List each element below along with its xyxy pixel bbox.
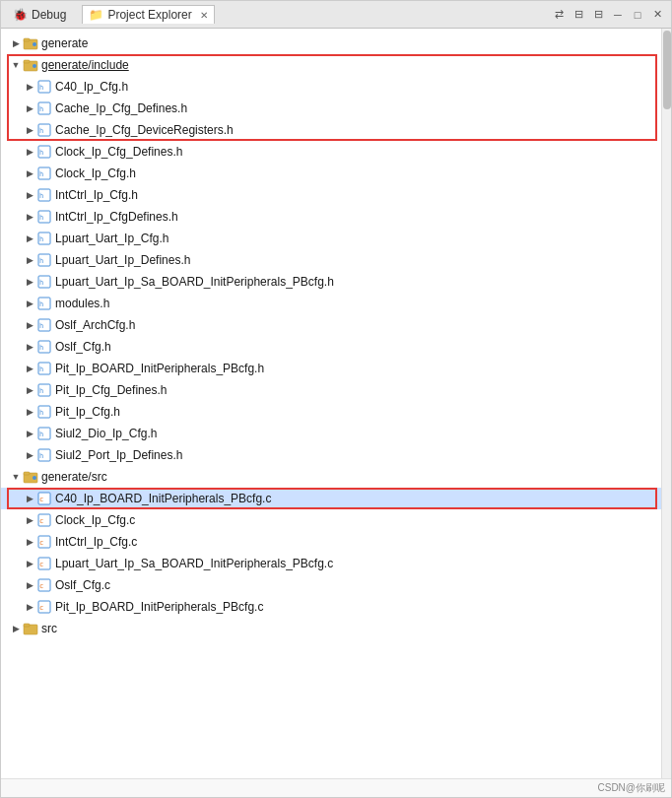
header-file-icon-siul2-dio: h xyxy=(36,426,52,441)
svg-text:h: h xyxy=(39,344,43,352)
tree-item-pit-cfg[interactable]: ▶ h Pit_Ip_Cfg.h xyxy=(1,401,671,423)
svg-text:h: h xyxy=(39,170,43,178)
header-file-icon-lpuart-defines: h xyxy=(36,252,52,268)
header-file-icon-clock-cfg: h xyxy=(36,166,52,181)
arrow-clock-cfg-defines: ▶ xyxy=(23,147,36,157)
tree-item-lpuart-defines[interactable]: ▶ h Lpuart_Uart_Ip_Defines.h xyxy=(1,249,671,271)
tree-item-pit-board[interactable]: ▶ h Pit_Ip_BOARD_InitPeripherals_PBcfg.h xyxy=(1,358,671,379)
label-siul2-port: Siul2_Port_Ip_Defines.h xyxy=(55,448,182,462)
arrow-oslf-archcfg: ▶ xyxy=(23,320,36,330)
svg-text:c: c xyxy=(39,517,43,525)
source-file-icon-c40-board: c xyxy=(36,491,52,506)
tree-item-pit-cfg-defines[interactable]: ▶ h Pit_Ip_Cfg_Defines.h xyxy=(1,379,671,401)
tree-item-src[interactable]: ▶ src xyxy=(1,618,671,639)
svg-text:h: h xyxy=(39,387,43,395)
tree-item-lpuart-sa-board[interactable]: ▶ h Lpuart_Uart_Ip_Sa_BOARD_InitPeripher… xyxy=(1,271,671,293)
arrow-generate: ▶ xyxy=(9,38,23,48)
svg-text:c: c xyxy=(39,582,43,590)
close-icon[interactable]: ✕ xyxy=(649,7,665,23)
header-file-icon-c40: h xyxy=(36,79,52,95)
tree-item-cache-device[interactable]: ▶ h Cache_Ip_Cfg_DeviceRegisters.h xyxy=(1,119,671,141)
arrow-src: ▶ xyxy=(9,624,23,633)
folder-src-root-icon xyxy=(23,621,38,636)
svg-text:h: h xyxy=(39,300,43,308)
header-actions: ⇄ ⊟ ⊟ ─ □ ✕ xyxy=(551,7,665,23)
tree-item-generate-src[interactable]: ▼ generate/src xyxy=(1,466,671,488)
label-clock-cfg-defines: Clock_Ip_Cfg_Defines.h xyxy=(55,145,182,159)
arrow-pit-board: ▶ xyxy=(23,364,36,373)
scrollbar-thumb[interactable] xyxy=(663,31,671,109)
svg-text:h: h xyxy=(39,322,43,330)
arrow-intctrl-cfgdefines: ▶ xyxy=(23,212,36,222)
svg-rect-43 xyxy=(24,472,30,475)
label-c40-cfg: C40_Ip_Cfg.h xyxy=(55,80,128,94)
arrow-c40: ▶ xyxy=(23,82,36,92)
tree-item-modules[interactable]: ▶ h modules.h xyxy=(1,293,671,314)
close-tab-icon[interactable]: ✕ xyxy=(200,10,208,21)
tree-item-lpuart-sa-board-src[interactable]: ▶ c Lpuart_Uart_Ip_Sa_BOARD_InitPeripher… xyxy=(1,553,671,574)
header-file-icon-lpuart-cfg: h xyxy=(36,231,52,246)
svg-text:h: h xyxy=(39,192,43,200)
tree-item-clock-cfg[interactable]: ▶ h Clock_Ip_Cfg.h xyxy=(1,163,671,184)
label-pit-cfg: Pit_Ip_Cfg.h xyxy=(55,405,120,419)
label-c40-board-src: C40_Ip_BOARD_InitPeripherals_PBcfg.c xyxy=(55,492,271,505)
tree-item-c40-board-src[interactable]: ▶ c C40_Ip_BOARD_InitPeripherals_PBcfg.c xyxy=(1,488,671,509)
label-cache-device: Cache_Ip_Cfg_DeviceRegisters.h xyxy=(55,123,234,137)
svg-text:h: h xyxy=(39,366,43,373)
header-file-icon-oslf-arch: h xyxy=(36,317,52,333)
tree-item-generate[interactable]: ▶ generate xyxy=(1,33,671,54)
label-pit-board: Pit_Ip_BOARD_InitPeripherals_PBcfg.h xyxy=(55,362,264,375)
tree-item-siul2-dio[interactable]: ▶ h Siul2_Dio_Ip_Cfg.h xyxy=(1,423,671,444)
tree-item-oslf-archcfg[interactable]: ▶ h Oslf_ArchCfg.h xyxy=(1,314,671,336)
arrow-c40-board-src: ▶ xyxy=(23,494,36,503)
filter-icon[interactable]: ⊟ xyxy=(571,7,586,23)
project-explorer-panel: 🐞 Debug 📁 Project Explorer ✕ ⇄ ⊟ ⊟ ─ □ ✕… xyxy=(0,0,672,798)
tree-item-clock-cfg-src[interactable]: ▶ c Clock_Ip_Cfg.c xyxy=(1,509,671,531)
header-file-icon-oslf-cfg: h xyxy=(36,339,52,355)
tab-project-explorer[interactable]: 📁 Project Explorer ✕ xyxy=(82,5,214,24)
tree-item-oslf-cfg-src[interactable]: ▶ c Oslf_Cfg.c xyxy=(1,574,671,596)
label-lpuart-defines: Lpuart_Uart_Ip_Defines.h xyxy=(55,253,190,267)
tree-item-intctrl-cfg-src[interactable]: ▶ c IntCtrl_Ip_Cfg.c xyxy=(1,531,671,553)
tree-item-clock-cfg-defines[interactable]: ▶ h Clock_Ip_Cfg_Defines.h xyxy=(1,141,671,163)
tree-item-generate-include[interactable]: ▼ generate/include xyxy=(1,54,671,76)
arrow-intctrl-cfg-src: ▶ xyxy=(23,537,36,547)
label-oslf-archcfg: Oslf_ArchCfg.h xyxy=(55,318,135,332)
source-file-icon-intctrl-cfg: c xyxy=(36,534,52,550)
tree-item-siul2-port[interactable]: ▶ h Siul2_Port_Ip_Defines.h xyxy=(1,444,671,466)
label-generate-include: generate/include xyxy=(41,58,129,72)
svg-text:c: c xyxy=(39,604,43,612)
arrow-pit-cfg-defines: ▶ xyxy=(23,385,36,395)
svg-text:h: h xyxy=(39,452,43,460)
tree-item-intctrl-cfgdefines[interactable]: ▶ h IntCtrl_Ip_CfgDefines.h xyxy=(1,206,671,228)
collapse-all-icon[interactable]: ⊟ xyxy=(590,7,606,23)
arrow-pit-board-src: ▶ xyxy=(23,602,36,612)
tree-container[interactable]: ▶ generate ▼ generate/include ▶ xyxy=(1,29,671,778)
tree-item-lpuart-cfg[interactable]: ▶ h Lpuart_Uart_Ip_Cfg.h xyxy=(1,228,671,249)
arrow-pit-cfg: ▶ xyxy=(23,407,36,417)
minimize-icon[interactable]: ─ xyxy=(610,7,626,23)
sync-icon[interactable]: ⇄ xyxy=(551,7,567,23)
tree-item-cache-defines[interactable]: ▶ h Cache_Ip_Cfg_Defines.h xyxy=(1,98,671,119)
folder-generate-icon xyxy=(23,35,38,51)
svg-text:h: h xyxy=(39,257,43,265)
scrollbar[interactable] xyxy=(661,29,671,778)
tree-item-c40-cfg[interactable]: ▶ h C40_Ip_Cfg.h xyxy=(1,76,671,98)
arrow-intctrl-cfg: ▶ xyxy=(23,190,36,200)
tree-item-pit-board-src[interactable]: ▶ c Pit_Ip_BOARD_InitPeripherals_PBcfg.c xyxy=(1,596,671,618)
maximize-icon[interactable]: □ xyxy=(630,7,645,23)
tree-item-intctrl-cfg[interactable]: ▶ h IntCtrl_Ip_Cfg.h xyxy=(1,184,671,206)
label-oslf-cfg-src: Oslf_Cfg.c xyxy=(55,578,110,592)
tree-item-oslf-cfg[interactable]: ▶ h Oslf_Cfg.h xyxy=(1,336,671,358)
tab-debug[interactable]: 🐞 Debug xyxy=(7,6,72,24)
svg-text:h: h xyxy=(39,149,43,157)
svg-text:h: h xyxy=(39,431,43,438)
svg-point-44 xyxy=(33,476,36,480)
label-intctrl-cfg: IntCtrl_Ip_Cfg.h xyxy=(55,188,138,202)
arrow-oslf-cfg: ▶ xyxy=(23,342,36,352)
label-pit-board-src: Pit_Ip_BOARD_InitPeripherals_PBcfg.c xyxy=(55,600,263,614)
source-file-icon-pit-board: c xyxy=(36,599,52,615)
header-file-icon-cache-device: h xyxy=(36,122,52,138)
label-modules: modules.h xyxy=(55,297,109,310)
svg-text:h: h xyxy=(39,105,43,113)
